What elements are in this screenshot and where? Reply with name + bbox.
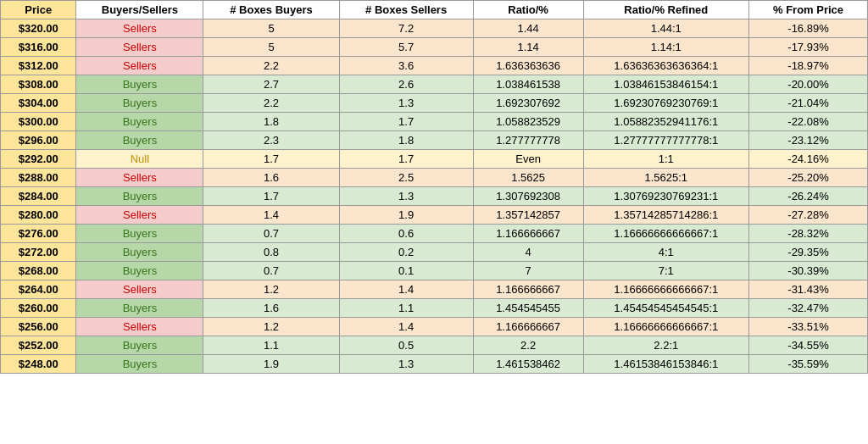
- column-header-3: # Boxes Sellers: [339, 1, 473, 19]
- ratio-refined-cell: 1.44:1: [583, 19, 749, 38]
- price-cell: $260.00: [1, 299, 76, 318]
- price-cell: $284.00: [1, 187, 76, 206]
- ratio-refined-cell: 4:1: [583, 243, 749, 262]
- table-row: $276.00Buyers0.70.61.1666666671.16666666…: [1, 225, 868, 243]
- table-row: $308.00Buyers2.72.61.0384615381.03846153…: [1, 75, 868, 94]
- ratio-refined-cell: 1.35714285714286:1: [583, 206, 749, 225]
- from-price-cell: -17.93%: [749, 38, 868, 57]
- price-cell: $300.00: [1, 113, 76, 131]
- boxes-sellers-cell: 2.5: [339, 169, 473, 187]
- boxes-buyers-cell: 5: [203, 38, 339, 57]
- boxes-buyers-cell: 2.2: [203, 57, 339, 75]
- boxes-buyers-cell: 2.7: [203, 75, 339, 94]
- table-row: $316.00Sellers55.71.141.14:1-17.93%: [1, 38, 868, 57]
- from-price-cell: -31.43%: [749, 280, 868, 299]
- price-cell: $268.00: [1, 262, 76, 280]
- column-header-5: Ratio/% Refined: [583, 1, 749, 19]
- ratio-cell: 1.636363636: [473, 57, 583, 75]
- boxes-buyers-cell: 1.7: [203, 187, 339, 206]
- price-cell: $320.00: [1, 19, 76, 38]
- from-price-cell: -24.16%: [749, 150, 868, 169]
- ratio-refined-cell: 1.16666666666667:1: [583, 225, 749, 243]
- boxes-sellers-cell: 1.3: [339, 187, 473, 206]
- boxes-buyers-cell: 2.3: [203, 131, 339, 150]
- from-price-cell: -22.08%: [749, 113, 868, 131]
- price-cell: $256.00: [1, 318, 76, 336]
- boxes-buyers-cell: 2.2: [203, 94, 339, 113]
- ratio-cell: 1.038461538: [473, 75, 583, 94]
- ratio-cell: 1.14: [473, 38, 583, 57]
- from-price-cell: -34.55%: [749, 336, 868, 355]
- ratio-refined-cell: 1.30769230769231:1: [583, 187, 749, 206]
- buyers-sellers-cell: Sellers: [76, 38, 203, 57]
- ratio-cell: 1.307692308: [473, 187, 583, 206]
- price-cell: $276.00: [1, 225, 76, 243]
- price-cell: $304.00: [1, 94, 76, 113]
- from-price-cell: -29.35%: [749, 243, 868, 262]
- boxes-buyers-cell: 1.9: [203, 355, 339, 374]
- column-header-6: % From Price: [749, 1, 868, 19]
- boxes-sellers-cell: 0.5: [339, 336, 473, 355]
- from-price-cell: -28.32%: [749, 225, 868, 243]
- buyers-sellers-cell: Buyers: [76, 243, 203, 262]
- buyers-sellers-cell: Null: [76, 150, 203, 169]
- buyers-sellers-cell: Buyers: [76, 131, 203, 150]
- from-price-cell: -26.24%: [749, 187, 868, 206]
- table-row: $284.00Buyers1.71.31.3076923081.30769230…: [1, 187, 868, 206]
- ratio-cell: 7: [473, 262, 583, 280]
- from-price-cell: -16.89%: [749, 19, 868, 38]
- price-cell: $296.00: [1, 131, 76, 150]
- ratio-cell: 1.166666667: [473, 318, 583, 336]
- table-row: $248.00Buyers1.91.31.4615384621.46153846…: [1, 355, 868, 374]
- boxes-sellers-cell: 0.1: [339, 262, 473, 280]
- from-price-cell: -20.00%: [749, 75, 868, 94]
- ratio-refined-cell: 1.14:1: [583, 38, 749, 57]
- boxes-sellers-cell: 2.6: [339, 75, 473, 94]
- column-header-2: # Boxes Buyers: [203, 1, 339, 19]
- boxes-buyers-cell: 1.8: [203, 113, 339, 131]
- buyers-sellers-cell: Buyers: [76, 113, 203, 131]
- boxes-sellers-cell: 0.2: [339, 243, 473, 262]
- ratio-refined-cell: 7:1: [583, 262, 749, 280]
- table-row: $280.00Sellers1.41.91.3571428571.3571428…: [1, 206, 868, 225]
- buyers-sellers-cell: Buyers: [76, 355, 203, 374]
- ratio-refined-cell: 1.03846153846154:1: [583, 75, 749, 94]
- ratio-refined-cell: 1.5625:1: [583, 169, 749, 187]
- boxes-sellers-cell: 1.4: [339, 280, 473, 299]
- ratio-cell: 1.357142857: [473, 206, 583, 225]
- ratio-cell: 1.454545455: [473, 299, 583, 318]
- from-price-cell: -25.20%: [749, 169, 868, 187]
- boxes-buyers-cell: 1.2: [203, 280, 339, 299]
- ratio-cell: 1.277777778: [473, 131, 583, 150]
- buyers-sellers-cell: Buyers: [76, 336, 203, 355]
- ratio-cell: 1.058823529: [473, 113, 583, 131]
- ratio-cell: Even: [473, 150, 583, 169]
- boxes-buyers-cell: 1.2: [203, 318, 339, 336]
- table-row: $288.00Sellers1.62.51.56251.5625:1-25.20…: [1, 169, 868, 187]
- price-cell: $288.00: [1, 169, 76, 187]
- boxes-sellers-cell: 5.7: [339, 38, 473, 57]
- ratio-refined-cell: 1.69230769230769:1: [583, 94, 749, 113]
- ratio-cell: 1.461538462: [473, 355, 583, 374]
- buyers-sellers-cell: Buyers: [76, 225, 203, 243]
- boxes-sellers-cell: 1.7: [339, 113, 473, 131]
- price-cell: $308.00: [1, 75, 76, 94]
- ratio-refined-cell: 1.27777777777778:1: [583, 131, 749, 150]
- boxes-sellers-cell: 7.2: [339, 19, 473, 38]
- ratio-cell: 1.44: [473, 19, 583, 38]
- column-header-4: Ratio/%: [473, 1, 583, 19]
- table-row: $264.00Sellers1.21.41.1666666671.1666666…: [1, 280, 868, 299]
- ratio-refined-cell: 1.16666666666667:1: [583, 280, 749, 299]
- boxes-buyers-cell: 1.4: [203, 206, 339, 225]
- ratio-cell: 1.5625: [473, 169, 583, 187]
- table-row: $260.00Buyers1.61.11.4545454551.45454545…: [1, 299, 868, 318]
- price-cell: $252.00: [1, 336, 76, 355]
- table-row: $272.00Buyers0.80.244:1-29.35%: [1, 243, 868, 262]
- price-cell: $280.00: [1, 206, 76, 225]
- buyers-sellers-cell: Sellers: [76, 280, 203, 299]
- boxes-buyers-cell: 5: [203, 19, 339, 38]
- boxes-sellers-cell: 1.4: [339, 318, 473, 336]
- boxes-sellers-cell: 1.3: [339, 94, 473, 113]
- ratio-cell: 4: [473, 243, 583, 262]
- table-row: $268.00Buyers0.70.177:1-30.39%: [1, 262, 868, 280]
